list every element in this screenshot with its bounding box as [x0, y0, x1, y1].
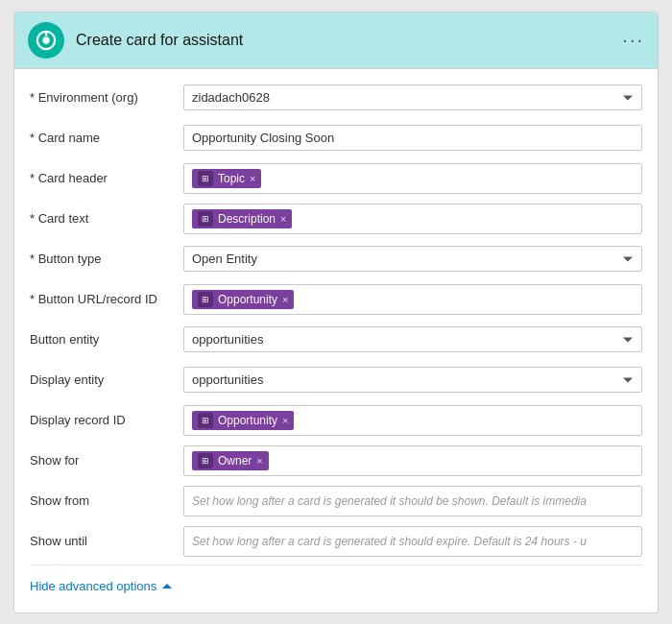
display-record-field: ⊞ Opportunity × [183, 405, 642, 436]
button-url-tag-label: Opportunity [218, 293, 277, 306]
button-type-row: * Button type Open Entity [30, 240, 642, 278]
environment-row: * Environment (org) zidadach0628 [30, 79, 642, 117]
tag-icon-url: ⊞ [198, 292, 213, 307]
card-name-row: * Card name [30, 119, 642, 157]
card-text-field: ⊞ Description × [183, 204, 642, 234]
show-for-tag-close[interactable]: × [256, 455, 262, 467]
show-until-field: Set how long after a card is generated i… [183, 526, 642, 557]
button-entity-select[interactable]: opportunities [183, 326, 642, 352]
button-url-tag-close[interactable]: × [282, 294, 288, 305]
show-for-tag: ⊞ Owner × [192, 451, 269, 470]
show-for-tag-label: Owner [218, 454, 252, 468]
card-text-tag-close[interactable]: × [280, 213, 286, 225]
show-until-placeholder: Set how long after a card is generated i… [192, 535, 587, 548]
button-url-tag-field[interactable]: ⊞ Opportunity × [183, 284, 642, 315]
environment-label: * Environment (org) [30, 90, 183, 105]
show-for-row: Show for ⊞ Owner × [30, 442, 642, 480]
show-for-field: ⊞ Owner × [183, 445, 642, 476]
divider [30, 564, 642, 565]
button-entity-label: Button entity [30, 332, 183, 347]
button-type-label: * Button type [30, 252, 183, 266]
form-body: * Environment (org) zidadach0628 * Card … [14, 69, 658, 612]
card-name-label: * Card name [30, 131, 183, 145]
button-type-field: Open Entity [183, 246, 642, 272]
display-record-tag-close[interactable]: × [282, 415, 288, 426]
display-record-row: Display record ID ⊞ Opportunity × [30, 401, 642, 440]
display-entity-field: opportunities [183, 367, 642, 393]
hide-advanced-button[interactable]: Hide advanced options [30, 569, 642, 597]
display-entity-select[interactable]: opportunities [183, 367, 642, 393]
panel-title: Create card for assistant [76, 32, 243, 49]
show-from-row: Show from Set how long after a card is g… [30, 482, 642, 520]
show-until-label: Show until [30, 534, 183, 548]
show-from-placeholder: Set how long after a card is generated i… [192, 494, 587, 508]
display-record-label: Display record ID [30, 413, 183, 427]
create-card-panel: Create card for assistant ··· * Environm… [13, 12, 659, 613]
environment-field: zidadach0628 [183, 84, 642, 110]
card-header-label: * Card header [30, 171, 183, 185]
card-header-tag-close[interactable]: × [250, 173, 255, 184]
show-from-label: Show from [30, 493, 183, 508]
show-until-row: Show until Set how long after a card is … [30, 522, 642, 561]
display-record-tag: ⊞ Opportunity × [192, 411, 294, 430]
button-entity-field: opportunities [183, 326, 642, 352]
card-header-tag: ⊞ Topic × [192, 169, 261, 188]
card-name-input[interactable] [183, 125, 642, 151]
hide-advanced-label: Hide advanced options [30, 579, 156, 593]
display-entity-row: Display entity opportunities [30, 361, 642, 399]
app-logo [28, 22, 64, 59]
button-entity-row: Button entity opportunities [30, 321, 642, 359]
card-header-tag-field[interactable]: ⊞ Topic × [183, 163, 642, 194]
button-url-row: * Button URL/record ID ⊞ Opportunity × [30, 280, 642, 319]
show-until-input[interactable]: Set how long after a card is generated i… [183, 526, 642, 557]
button-url-tag: ⊞ Opportunity × [192, 290, 294, 309]
tag-icon-record: ⊞ [198, 413, 213, 428]
svg-point-1 [42, 36, 49, 43]
more-options-button[interactable]: ··· [622, 29, 644, 51]
show-from-field: Set how long after a card is generated i… [183, 486, 642, 516]
show-for-label: Show for [30, 453, 183, 468]
tag-icon-for: ⊞ [198, 453, 213, 468]
card-text-label: * Card text [30, 211, 183, 226]
chevron-up-icon [162, 584, 172, 588]
card-text-tag-field[interactable]: ⊞ Description × [183, 204, 642, 234]
header-left: Create card for assistant [28, 22, 243, 59]
card-text-tag: ⊞ Description × [192, 209, 292, 228]
display-record-tag-field[interactable]: ⊞ Opportunity × [183, 405, 642, 436]
show-for-tag-field[interactable]: ⊞ Owner × [183, 445, 642, 476]
environment-select[interactable]: zidadach0628 [183, 84, 642, 110]
button-type-select[interactable]: Open Entity [183, 246, 642, 272]
display-entity-label: Display entity [30, 372, 183, 387]
card-header-row: * Card header ⊞ Topic × [30, 159, 642, 198]
card-header-tag-label: Topic [218, 172, 245, 185]
display-record-tag-label: Opportunity [218, 414, 277, 427]
tag-icon: ⊞ [198, 171, 213, 186]
card-text-tag-label: Description [218, 212, 276, 226]
button-url-label: * Button URL/record ID [30, 292, 183, 306]
card-text-row: * Card text ⊞ Description × [30, 200, 642, 238]
tag-icon-text: ⊞ [198, 211, 213, 227]
show-from-input[interactable]: Set how long after a card is generated i… [183, 486, 642, 516]
card-header-field: ⊞ Topic × [183, 163, 642, 194]
button-url-field: ⊞ Opportunity × [183, 284, 642, 315]
card-name-field [183, 125, 642, 151]
panel-header: Create card for assistant ··· [14, 12, 658, 69]
